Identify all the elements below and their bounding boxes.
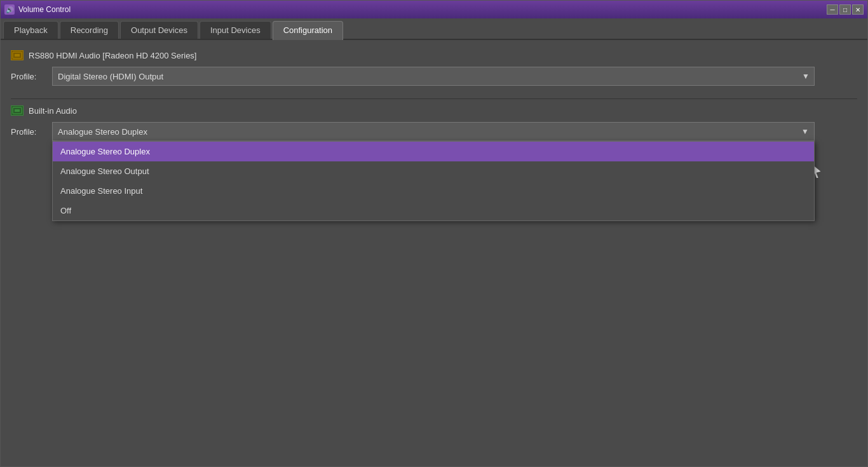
builtin-dropdown-arrow: ▼	[801, 127, 809, 136]
device-builtin-dropdown-wrapper: Analogue Stereo Duplex ▼ Analogue Stereo…	[52, 122, 815, 141]
device-builtin-name: Built-in Audio	[29, 106, 77, 116]
device-rs880-profile-select[interactable]: Digital Stereo (HDMI) Output	[52, 67, 815, 86]
close-button[interactable]: ✕	[852, 4, 864, 15]
device-builtin-dropdown-list: Analogue Stereo Duplex Analogue Stereo O…	[52, 141, 815, 221]
dropdown-option-input[interactable]: Analogue Stereo Input	[53, 181, 814, 201]
svg-rect-3	[15, 109, 20, 112]
tabbar: Playback Recording Output Devices Input …	[1, 18, 867, 40]
tab-output-devices[interactable]: Output Devices	[120, 21, 198, 39]
dropdown-option-off[interactable]: Off	[53, 201, 814, 220]
maximize-button[interactable]: □	[839, 4, 851, 15]
device-builtin-header: Built-in Audio	[11, 105, 857, 116]
device-rs880-icon	[11, 50, 24, 60]
tab-recording[interactable]: Recording	[60, 21, 119, 39]
titlebar: 🔊 Volume Control ─ □ ✕	[1, 1, 867, 18]
device-rs880-header: RS880 HDMI Audio [Radeon HD 4200 Series]	[11, 50, 857, 60]
tab-configuration[interactable]: Configuration	[273, 21, 343, 40]
window-controls: ─ □ ✕	[827, 4, 864, 15]
dropdown-option-duplex[interactable]: Analogue Stereo Duplex	[53, 142, 814, 161]
device-builtin-selected-text: Analogue Stereo Duplex	[58, 127, 147, 137]
device-rs880-select-wrapper: Digital Stereo (HDMI) Output ▼	[52, 67, 815, 86]
volume-control-window: 🔊 Volume Control ─ □ ✕ Playback Recordin…	[0, 0, 868, 467]
main-content: RS880 HDMI Audio [Radeon HD 4200 Series]…	[1, 40, 867, 466]
device-builtin-profile-label: Profile:	[11, 127, 46, 137]
section-separator	[11, 98, 857, 99]
titlebar-left: 🔊 Volume Control	[4, 4, 71, 15]
device-rs880-name: RS880 HDMI Audio [Radeon HD 4200 Series]	[29, 51, 196, 60]
device-builtin-profile-display[interactable]: Analogue Stereo Duplex ▼	[52, 122, 815, 141]
device-builtin-profile-row: Profile: Analogue Stereo Duplex ▼ Analog…	[11, 122, 857, 141]
tab-playback[interactable]: Playback	[3, 21, 58, 39]
cursor-arrow	[813, 165, 824, 180]
dropdown-option-output[interactable]: Analogue Stereo Output	[53, 161, 814, 181]
device-rs880-profile-label: Profile:	[11, 72, 46, 81]
window-title: Volume Control	[18, 5, 71, 14]
device-rs880: RS880 HDMI Audio [Radeon HD 4200 Series]…	[11, 50, 857, 86]
device-builtin: Built-in Audio Profile: Analogue Stereo …	[11, 105, 857, 141]
app-icon: 🔊	[4, 4, 15, 15]
device-builtin-icon	[11, 105, 24, 116]
svg-rect-1	[15, 54, 20, 57]
device-rs880-profile-row: Profile: Digital Stereo (HDMI) Output ▼	[11, 67, 857, 86]
minimize-button[interactable]: ─	[827, 4, 838, 15]
tab-input-devices[interactable]: Input Devices	[200, 21, 271, 39]
